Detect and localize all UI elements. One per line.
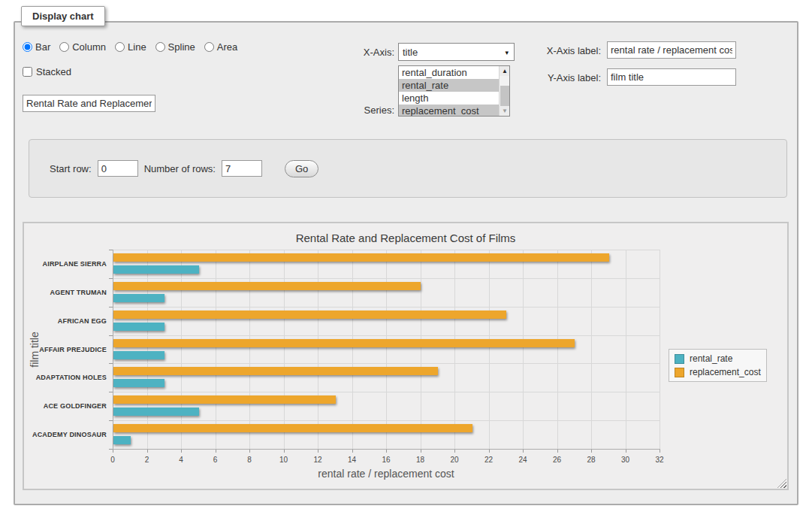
bar-rental_rate[interactable] bbox=[113, 436, 131, 444]
num-rows-input[interactable] bbox=[222, 160, 262, 177]
series-options: rental_durationrental_ratelengthreplacem… bbox=[399, 66, 499, 116]
gridline-horizontal bbox=[113, 335, 660, 336]
fieldset-legend-title: Display chart bbox=[21, 6, 105, 26]
chart-type-option-area[interactable]: Area bbox=[204, 41, 237, 53]
category-label: AFFAIR PREJUDICE bbox=[24, 345, 107, 354]
x-tick-label: 30 bbox=[614, 456, 637, 464]
x-tick-label: 2 bbox=[136, 456, 158, 464]
x-tick-label: 10 bbox=[273, 456, 295, 464]
y-axis-line bbox=[113, 250, 113, 449]
resize-handle-icon[interactable] bbox=[777, 479, 786, 488]
x-tick-label: 22 bbox=[478, 456, 500, 464]
gridline-vertical bbox=[489, 250, 490, 449]
x-tick-label: 8 bbox=[238, 456, 261, 464]
chart-type-radio-label: Column bbox=[72, 41, 106, 53]
bar-replacement_cost[interactable] bbox=[113, 339, 575, 347]
chart-title: Rental Rate and Replacement Cost of Film… bbox=[24, 232, 787, 244]
y-axis-label-input[interactable] bbox=[607, 68, 736, 86]
legend-item-rental_rate[interactable]: rental_rate bbox=[675, 353, 761, 364]
category-label: AGENT TRUMAN bbox=[24, 288, 107, 297]
legend-label: replacement_cost bbox=[690, 367, 761, 377]
gridline-vertical bbox=[284, 250, 285, 449]
chart-type-radio-line[interactable] bbox=[115, 42, 125, 52]
bar-replacement_cost[interactable] bbox=[113, 367, 438, 375]
category-label: ADAPTATION HOLES bbox=[24, 373, 107, 382]
bar-replacement_cost[interactable] bbox=[113, 395, 336, 404]
x-axis-select[interactable]: title ▾ bbox=[398, 43, 515, 61]
stacked-label: Stacked bbox=[36, 66, 71, 77]
chart-type-radio-column[interactable] bbox=[59, 42, 69, 52]
legend-swatch-icon bbox=[675, 368, 684, 377]
gridline-vertical bbox=[523, 250, 524, 449]
x-tick-label: 32 bbox=[648, 456, 671, 464]
bar-replacement_cost[interactable] bbox=[113, 253, 609, 262]
x-tick-label: 18 bbox=[409, 456, 432, 464]
x-axis-label-caption: X-Axis label: bbox=[517, 45, 601, 56]
gridline-horizontal bbox=[113, 420, 660, 421]
x-tick-label: 26 bbox=[546, 456, 569, 464]
chart-type-option-column[interactable]: Column bbox=[59, 41, 106, 53]
chart-type-radio-area[interactable] bbox=[204, 42, 214, 52]
chart-title-input[interactable] bbox=[23, 95, 155, 112]
legend-swatch-icon bbox=[675, 354, 684, 364]
chart-type-option-spline[interactable]: Spline bbox=[155, 41, 195, 53]
gridline-vertical bbox=[181, 250, 182, 449]
bar-rental_rate[interactable] bbox=[113, 351, 165, 359]
x-tick-label: 0 bbox=[101, 456, 124, 464]
legend-item-replacement_cost[interactable]: replacement_cost bbox=[675, 367, 761, 377]
x-tick-label: 20 bbox=[443, 456, 466, 464]
gridline-vertical bbox=[557, 250, 558, 449]
series-scrollbar[interactable]: ▲ ▼ bbox=[499, 66, 509, 116]
x-axis-label-input[interactable] bbox=[607, 41, 736, 59]
series-multiselect[interactable]: rental_durationrental_ratelengthreplacem… bbox=[398, 65, 510, 117]
chart-type-radio-label: Bar bbox=[35, 41, 50, 53]
bar-replacement_cost[interactable] bbox=[113, 282, 421, 290]
chart-type-option-bar[interactable]: Bar bbox=[23, 41, 50, 53]
category-label: ACADEMY DINOSAUR bbox=[24, 430, 107, 439]
legend-label: rental_rate bbox=[690, 353, 732, 364]
gridline-vertical bbox=[591, 250, 592, 449]
go-button[interactable]: Go bbox=[285, 160, 318, 177]
chart-type-radio-spline[interactable] bbox=[155, 42, 165, 52]
gridline-vertical bbox=[386, 250, 387, 449]
chart-type-radio-label: Area bbox=[217, 41, 237, 53]
gridline-vertical bbox=[454, 250, 455, 449]
gridline-vertical bbox=[147, 250, 148, 449]
gridline-horizontal bbox=[113, 278, 660, 279]
start-row-input[interactable] bbox=[98, 160, 138, 177]
scroll-up-icon[interactable]: ▲ bbox=[500, 66, 510, 76]
bar-replacement_cost[interactable] bbox=[113, 424, 472, 432]
stacked-row: Stacked bbox=[23, 66, 71, 77]
bar-rental_rate[interactable] bbox=[113, 265, 199, 274]
chart-legend[interactable]: rental_ratereplacement_cost bbox=[669, 349, 767, 382]
category-label: ACE GOLDFINGER bbox=[24, 401, 107, 411]
bar-rental_rate[interactable] bbox=[113, 379, 165, 387]
x-tick-label: 24 bbox=[512, 456, 534, 464]
scroll-down-icon[interactable]: ▼ bbox=[500, 106, 510, 116]
y-axis-label-caption: Y-Axis label: bbox=[517, 72, 601, 83]
gridline-vertical bbox=[626, 250, 626, 449]
gridline-vertical bbox=[318, 250, 318, 449]
gridline-horizontal bbox=[113, 250, 660, 250]
gridline-vertical bbox=[216, 250, 216, 449]
series-option-rental_duration[interactable]: rental_duration bbox=[399, 66, 499, 79]
category-label: AIRPLANE SIERRA bbox=[24, 259, 107, 268]
bar-rental_rate[interactable] bbox=[113, 294, 165, 302]
series-option-replacement_cost[interactable]: replacement_cost bbox=[399, 105, 499, 117]
chart-type-option-line[interactable]: Line bbox=[115, 41, 146, 53]
x-tick-label: 16 bbox=[375, 456, 397, 464]
series-option-length[interactable]: length bbox=[399, 92, 499, 105]
gridline-vertical bbox=[421, 250, 421, 449]
gridline-vertical bbox=[249, 250, 250, 449]
chart-type-radio-bar[interactable] bbox=[23, 42, 32, 52]
scrollbar-thumb[interactable] bbox=[500, 86, 509, 107]
bar-rental_rate[interactable] bbox=[113, 323, 165, 331]
stacked-checkbox[interactable] bbox=[23, 67, 32, 77]
gridline-horizontal bbox=[113, 392, 660, 392]
chart-type-radio-label: Line bbox=[128, 41, 146, 53]
gridline-vertical bbox=[660, 250, 660, 449]
series-option-rental_rate[interactable]: rental_rate bbox=[399, 79, 499, 92]
num-rows-label: Number of rows: bbox=[144, 163, 216, 174]
bar-rental_rate[interactable] bbox=[113, 407, 199, 416]
bar-replacement_cost[interactable] bbox=[113, 311, 506, 319]
